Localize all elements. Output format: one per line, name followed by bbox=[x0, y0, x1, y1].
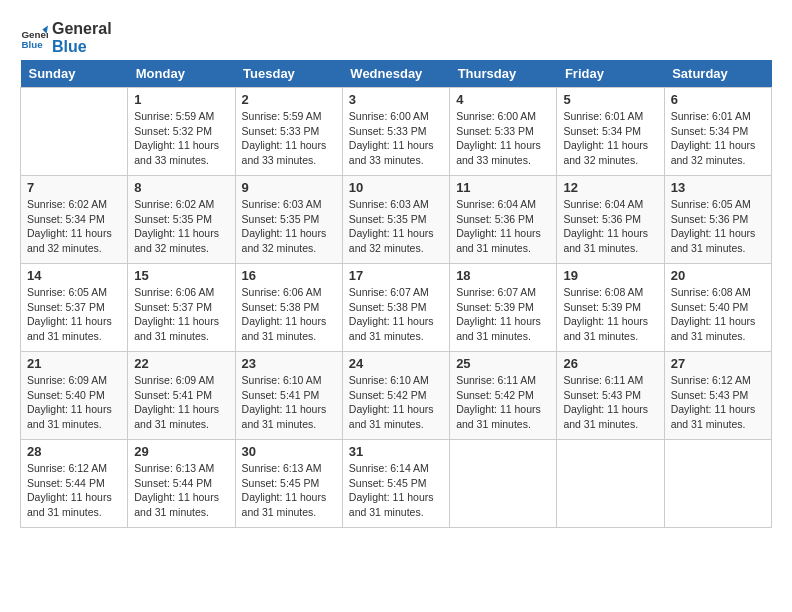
calendar-cell: 30Sunrise: 6:13 AMSunset: 5:45 PMDayligh… bbox=[235, 440, 342, 528]
day-number: 29 bbox=[134, 444, 228, 459]
day-number: 22 bbox=[134, 356, 228, 371]
svg-text:Blue: Blue bbox=[21, 39, 43, 50]
calendar-cell: 25Sunrise: 6:11 AMSunset: 5:42 PMDayligh… bbox=[450, 352, 557, 440]
day-info: Sunrise: 6:04 AMSunset: 5:36 PMDaylight:… bbox=[563, 197, 657, 256]
calendar-cell: 1Sunrise: 5:59 AMSunset: 5:32 PMDaylight… bbox=[128, 88, 235, 176]
calendar-cell: 20Sunrise: 6:08 AMSunset: 5:40 PMDayligh… bbox=[664, 264, 771, 352]
calendar-cell: 3Sunrise: 6:00 AMSunset: 5:33 PMDaylight… bbox=[342, 88, 449, 176]
header: General Blue General Blue bbox=[20, 20, 772, 56]
day-info: Sunrise: 6:06 AMSunset: 5:38 PMDaylight:… bbox=[242, 285, 336, 344]
day-number: 25 bbox=[456, 356, 550, 371]
calendar-week-2: 7Sunrise: 6:02 AMSunset: 5:34 PMDaylight… bbox=[21, 176, 772, 264]
day-number: 4 bbox=[456, 92, 550, 107]
calendar-cell: 21Sunrise: 6:09 AMSunset: 5:40 PMDayligh… bbox=[21, 352, 128, 440]
calendar-cell: 18Sunrise: 6:07 AMSunset: 5:39 PMDayligh… bbox=[450, 264, 557, 352]
day-number: 27 bbox=[671, 356, 765, 371]
calendar-cell: 17Sunrise: 6:07 AMSunset: 5:38 PMDayligh… bbox=[342, 264, 449, 352]
day-number: 24 bbox=[349, 356, 443, 371]
day-info: Sunrise: 6:02 AMSunset: 5:35 PMDaylight:… bbox=[134, 197, 228, 256]
day-info: Sunrise: 6:08 AMSunset: 5:39 PMDaylight:… bbox=[563, 285, 657, 344]
day-info: Sunrise: 6:13 AMSunset: 5:44 PMDaylight:… bbox=[134, 461, 228, 520]
day-info: Sunrise: 6:06 AMSunset: 5:37 PMDaylight:… bbox=[134, 285, 228, 344]
day-number: 19 bbox=[563, 268, 657, 283]
day-info: Sunrise: 6:12 AMSunset: 5:43 PMDaylight:… bbox=[671, 373, 765, 432]
day-info: Sunrise: 6:05 AMSunset: 5:36 PMDaylight:… bbox=[671, 197, 765, 256]
day-header-wednesday: Wednesday bbox=[342, 60, 449, 88]
calendar-cell: 22Sunrise: 6:09 AMSunset: 5:41 PMDayligh… bbox=[128, 352, 235, 440]
day-info: Sunrise: 6:01 AMSunset: 5:34 PMDaylight:… bbox=[671, 109, 765, 168]
day-number: 2 bbox=[242, 92, 336, 107]
calendar-cell: 9Sunrise: 6:03 AMSunset: 5:35 PMDaylight… bbox=[235, 176, 342, 264]
day-header-sunday: Sunday bbox=[21, 60, 128, 88]
day-info: Sunrise: 6:02 AMSunset: 5:34 PMDaylight:… bbox=[27, 197, 121, 256]
calendar-cell: 10Sunrise: 6:03 AMSunset: 5:35 PMDayligh… bbox=[342, 176, 449, 264]
day-info: Sunrise: 6:09 AMSunset: 5:41 PMDaylight:… bbox=[134, 373, 228, 432]
day-info: Sunrise: 6:13 AMSunset: 5:45 PMDaylight:… bbox=[242, 461, 336, 520]
day-number: 16 bbox=[242, 268, 336, 283]
calendar-cell bbox=[21, 88, 128, 176]
day-number: 30 bbox=[242, 444, 336, 459]
day-info: Sunrise: 6:10 AMSunset: 5:42 PMDaylight:… bbox=[349, 373, 443, 432]
day-info: Sunrise: 6:12 AMSunset: 5:44 PMDaylight:… bbox=[27, 461, 121, 520]
calendar-cell: 2Sunrise: 5:59 AMSunset: 5:33 PMDaylight… bbox=[235, 88, 342, 176]
day-info: Sunrise: 6:07 AMSunset: 5:38 PMDaylight:… bbox=[349, 285, 443, 344]
day-info: Sunrise: 6:04 AMSunset: 5:36 PMDaylight:… bbox=[456, 197, 550, 256]
calendar-week-4: 21Sunrise: 6:09 AMSunset: 5:40 PMDayligh… bbox=[21, 352, 772, 440]
day-number: 12 bbox=[563, 180, 657, 195]
calendar-cell: 16Sunrise: 6:06 AMSunset: 5:38 PMDayligh… bbox=[235, 264, 342, 352]
calendar-cell bbox=[664, 440, 771, 528]
calendar-cell: 27Sunrise: 6:12 AMSunset: 5:43 PMDayligh… bbox=[664, 352, 771, 440]
calendar-cell: 12Sunrise: 6:04 AMSunset: 5:36 PMDayligh… bbox=[557, 176, 664, 264]
day-number: 10 bbox=[349, 180, 443, 195]
day-info: Sunrise: 6:00 AMSunset: 5:33 PMDaylight:… bbox=[456, 109, 550, 168]
logo-line2: Blue bbox=[52, 38, 112, 56]
calendar-cell: 23Sunrise: 6:10 AMSunset: 5:41 PMDayligh… bbox=[235, 352, 342, 440]
day-number: 18 bbox=[456, 268, 550, 283]
calendar-cell: 15Sunrise: 6:06 AMSunset: 5:37 PMDayligh… bbox=[128, 264, 235, 352]
day-header-thursday: Thursday bbox=[450, 60, 557, 88]
calendar-cell: 26Sunrise: 6:11 AMSunset: 5:43 PMDayligh… bbox=[557, 352, 664, 440]
calendar-cell: 5Sunrise: 6:01 AMSunset: 5:34 PMDaylight… bbox=[557, 88, 664, 176]
calendar: SundayMondayTuesdayWednesdayThursdayFrid… bbox=[20, 60, 772, 528]
day-info: Sunrise: 5:59 AMSunset: 5:32 PMDaylight:… bbox=[134, 109, 228, 168]
day-info: Sunrise: 6:10 AMSunset: 5:41 PMDaylight:… bbox=[242, 373, 336, 432]
calendar-cell: 6Sunrise: 6:01 AMSunset: 5:34 PMDaylight… bbox=[664, 88, 771, 176]
calendar-cell: 28Sunrise: 6:12 AMSunset: 5:44 PMDayligh… bbox=[21, 440, 128, 528]
day-number: 28 bbox=[27, 444, 121, 459]
logo: General Blue General Blue bbox=[20, 20, 112, 56]
day-number: 23 bbox=[242, 356, 336, 371]
day-info: Sunrise: 6:08 AMSunset: 5:40 PMDaylight:… bbox=[671, 285, 765, 344]
calendar-cell bbox=[450, 440, 557, 528]
calendar-week-3: 14Sunrise: 6:05 AMSunset: 5:37 PMDayligh… bbox=[21, 264, 772, 352]
day-number: 20 bbox=[671, 268, 765, 283]
calendar-header-row: SundayMondayTuesdayWednesdayThursdayFrid… bbox=[21, 60, 772, 88]
calendar-cell: 14Sunrise: 6:05 AMSunset: 5:37 PMDayligh… bbox=[21, 264, 128, 352]
day-header-monday: Monday bbox=[128, 60, 235, 88]
day-number: 6 bbox=[671, 92, 765, 107]
day-number: 3 bbox=[349, 92, 443, 107]
logo-line1: General bbox=[52, 20, 112, 38]
day-info: Sunrise: 6:14 AMSunset: 5:45 PMDaylight:… bbox=[349, 461, 443, 520]
day-header-tuesday: Tuesday bbox=[235, 60, 342, 88]
day-number: 31 bbox=[349, 444, 443, 459]
calendar-cell: 13Sunrise: 6:05 AMSunset: 5:36 PMDayligh… bbox=[664, 176, 771, 264]
day-info: Sunrise: 6:03 AMSunset: 5:35 PMDaylight:… bbox=[242, 197, 336, 256]
day-number: 9 bbox=[242, 180, 336, 195]
day-number: 11 bbox=[456, 180, 550, 195]
day-number: 15 bbox=[134, 268, 228, 283]
logo-icon: General Blue bbox=[20, 24, 48, 52]
day-number: 5 bbox=[563, 92, 657, 107]
calendar-week-1: 1Sunrise: 5:59 AMSunset: 5:32 PMDaylight… bbox=[21, 88, 772, 176]
day-info: Sunrise: 6:05 AMSunset: 5:37 PMDaylight:… bbox=[27, 285, 121, 344]
day-info: Sunrise: 6:01 AMSunset: 5:34 PMDaylight:… bbox=[563, 109, 657, 168]
calendar-cell bbox=[557, 440, 664, 528]
day-number: 8 bbox=[134, 180, 228, 195]
calendar-cell: 29Sunrise: 6:13 AMSunset: 5:44 PMDayligh… bbox=[128, 440, 235, 528]
day-number: 26 bbox=[563, 356, 657, 371]
day-info: Sunrise: 6:11 AMSunset: 5:43 PMDaylight:… bbox=[563, 373, 657, 432]
calendar-cell: 11Sunrise: 6:04 AMSunset: 5:36 PMDayligh… bbox=[450, 176, 557, 264]
calendar-cell: 4Sunrise: 6:00 AMSunset: 5:33 PMDaylight… bbox=[450, 88, 557, 176]
day-number: 17 bbox=[349, 268, 443, 283]
day-info: Sunrise: 6:09 AMSunset: 5:40 PMDaylight:… bbox=[27, 373, 121, 432]
day-header-saturday: Saturday bbox=[664, 60, 771, 88]
